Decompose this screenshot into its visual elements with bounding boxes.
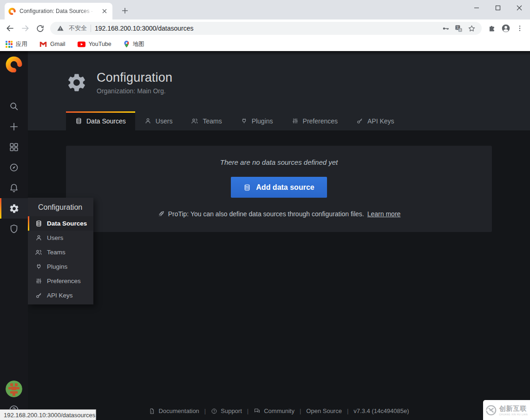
footer-separator: | [300,407,301,414]
browser-titlebar: Configuration: Data Sources - Grafana [0,0,530,19]
sliders-icon [292,117,299,124]
bookmark-gmail[interactable]: Gmail [39,41,65,47]
grafana-main: Configuration Organization: Main Org. Da… [28,51,530,420]
tab-users[interactable]: Users [135,111,182,130]
flyout-item-data-sources[interactable]: Data Sources [28,216,93,231]
browser-menu-icon[interactable] [515,24,524,33]
tab-plugins[interactable]: Plugins [231,111,282,130]
bookmark-apps[interactable]: 应用 [6,40,27,48]
chat-bubbles-icon [254,407,261,414]
apps-grid-icon [6,41,13,48]
not-secure-warning-icon[interactable] [56,24,65,33]
page-header: Configuration Organization: Main Org. Da… [28,51,530,130]
users-icon [35,249,42,256]
key-icon [35,292,42,299]
extensions-puzzle-icon[interactable] [487,24,497,33]
maximize-button[interactable] [487,0,509,16]
users-icon [191,117,198,125]
tab-teams[interactable]: Teams [182,111,231,130]
bookmark-maps[interactable]: 地图 [124,40,144,48]
add-data-source-button[interactable]: Add data source [231,177,327,198]
new-tab-button[interactable] [119,5,131,17]
page-content: There are no data sources defined yet Ad… [28,130,530,420]
bookmarks-bar: 应用 Gmail YouTube 地图 [0,37,530,51]
maps-pin-icon [124,40,130,48]
grafana-sidenav [0,51,28,420]
rocket-icon [157,210,165,218]
sidenav-dashboards[interactable] [0,137,28,157]
bookmark-star-icon[interactable] [467,24,476,33]
close-button[interactable] [509,0,530,16]
key-icon [356,117,363,124]
database-icon [35,220,42,227]
sidenav-configuration[interactable] [0,198,28,219]
sliders-icon [35,278,42,285]
config-tabbar: Data Sources Users Teams Plugins Prefere… [66,111,404,130]
footer-support-link[interactable]: Support [211,407,242,414]
empty-state-message: There are no data sources defined yet [66,158,492,166]
flyout-item-teams[interactable]: Teams [28,245,93,259]
window-controls [466,0,530,16]
youtube-icon [78,41,85,47]
tab-title: Configuration: Data Sources - Grafana [20,8,97,14]
plug-icon [35,263,42,271]
grafana-favicon [8,7,16,15]
tab-api-keys[interactable]: API Keys [347,111,404,130]
watermark-logo-icon [485,404,497,416]
bookmark-youtube-label: YouTube [89,41,111,47]
footer-community-link[interactable]: Community [254,407,294,414]
security-label[interactable]: 不安全 [69,24,87,32]
flyout-item-users[interactable]: Users [28,231,93,245]
bookmark-maps-label: 地图 [133,40,144,48]
watermark-name: 创新互联 [499,405,528,413]
tab-data-sources[interactable]: Data Sources [66,111,135,130]
profile-avatar-icon[interactable] [501,24,510,33]
grafana-footer: Documentation | Support | Community | Op… [28,407,530,414]
browser-toolbar: 不安全 192.168.200.10:3000/datasources 文A [0,19,530,37]
configuration-gear-icon [66,72,87,93]
user-avatar[interactable] [6,381,22,397]
password-key-icon[interactable] [441,24,450,33]
footer-documentation-link[interactable]: Documentation [149,407,199,414]
user-icon [35,234,42,242]
minimize-button[interactable] [466,0,487,16]
translate-icon[interactable]: 文A [454,24,463,33]
sidenav-search[interactable] [0,96,28,116]
database-icon [243,184,251,191]
footer-version: v7.3.4 (14c494085e) [353,407,409,414]
back-icon[interactable] [4,22,17,35]
flyout-item-preferences[interactable]: Preferences [28,274,93,288]
forward-icon[interactable] [19,22,32,35]
page-title: Configuration [97,71,172,85]
sidenav-explore[interactable] [0,157,28,178]
page-subtitle: Organization: Main Org. [97,87,172,95]
gmail-icon [39,41,47,47]
flyout-item-plugins[interactable]: Plugins [28,259,93,274]
address-bar[interactable]: 不安全 192.168.200.10:3000/datasources 文A [50,22,482,35]
url-text[interactable]: 192.168.200.10:3000/datasources [95,25,437,32]
bookmark-gmail-label: Gmail [50,41,65,47]
sidenav-create[interactable] [0,116,28,137]
sidenav-alerting[interactable] [0,178,28,198]
flyout-title[interactable]: Configuration [28,198,93,216]
omnibox-divider [91,25,91,32]
tab-close-icon[interactable] [100,7,109,15]
database-icon [75,117,82,124]
user-icon [144,117,151,124]
toolbar-right-cluster [485,24,526,33]
footer-separator: | [347,407,348,414]
watermark: 创新互联 CHUANG XIN HU LIAN [483,400,530,420]
browser-tab[interactable]: Configuration: Data Sources - Grafana [5,3,112,19]
browser-status-bar: 192.168.200.10:3000/datasources [0,409,96,420]
grafana-logo[interactable] [6,56,22,72]
reload-icon[interactable] [33,22,46,35]
flyout-item-api-keys[interactable]: API Keys [28,288,93,303]
footer-separator: | [204,407,206,414]
sidenav-server-admin[interactable] [0,219,28,239]
grafana-app: Configuration Data Sources Users Teams P… [0,51,530,420]
configuration-flyout-menu: Configuration Data Sources Users Teams P… [28,198,93,304]
footer-open-source-link[interactable]: Open Source [306,407,342,414]
learn-more-link[interactable]: Learn more [367,210,401,218]
bookmark-youtube[interactable]: YouTube [78,41,111,47]
tab-preferences[interactable]: Preferences [282,111,347,130]
